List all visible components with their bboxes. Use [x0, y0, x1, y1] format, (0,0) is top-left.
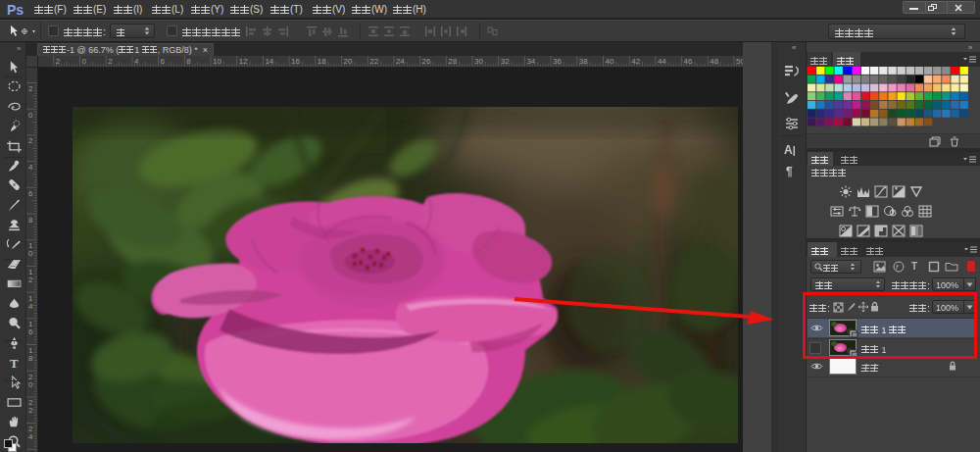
svg-text:14: 14	[265, 57, 273, 66]
svg-text:36: 36	[553, 57, 562, 66]
svg-text:4: 4	[28, 432, 33, 441]
svg-text:T: T	[10, 357, 19, 371]
svg-text:2: 2	[28, 136, 33, 145]
svg-text:12: 12	[239, 57, 248, 66]
svg-text:0: 0	[28, 249, 33, 258]
svg-text:40: 40	[606, 57, 614, 66]
svg-text:f: f	[896, 263, 899, 272]
svg-text:8: 8	[28, 354, 33, 363]
svg-text:18: 18	[318, 57, 326, 66]
svg-text:28: 28	[448, 57, 457, 66]
svg-text:46: 46	[684, 57, 693, 66]
svg-text:4: 4	[28, 302, 33, 311]
svg-text:48: 48	[710, 57, 718, 66]
svg-text:6: 6	[28, 327, 33, 336]
svg-text:44: 44	[658, 57, 666, 66]
svg-text:16: 16	[291, 57, 300, 66]
svg-text:2: 2	[28, 84, 33, 93]
svg-text:2: 2	[28, 406, 33, 415]
svg-text:10: 10	[213, 57, 221, 66]
svg-text:6: 6	[28, 189, 33, 198]
svg-text:32: 32	[501, 57, 510, 66]
svg-text:38: 38	[579, 57, 588, 66]
svg-text:0: 0	[28, 380, 33, 389]
svg-text:2: 2	[28, 276, 33, 284]
svg-text:24: 24	[396, 57, 405, 66]
svg-text:34: 34	[526, 57, 535, 66]
svg-text:20: 20	[344, 57, 353, 66]
svg-text:30: 30	[474, 57, 483, 66]
svg-text:4: 4	[28, 163, 33, 172]
svg-text:26: 26	[422, 57, 431, 66]
svg-text:0: 0	[28, 111, 33, 120]
svg-text:8: 8	[28, 216, 33, 225]
svg-text:22: 22	[369, 57, 378, 66]
svg-text:42: 42	[631, 57, 640, 66]
